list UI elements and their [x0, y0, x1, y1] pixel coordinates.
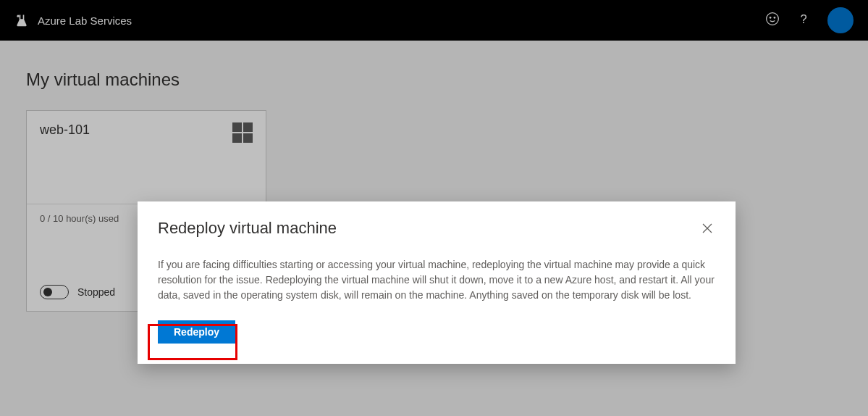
redeploy-button[interactable]: Redeploy	[158, 320, 235, 344]
dialog-body: If you are facing difficulties starting …	[158, 257, 715, 303]
dialog-title: Redeploy virtual machine	[158, 219, 337, 238]
close-icon	[702, 223, 712, 233]
redeploy-dialog: Redeploy virtual machine If you are faci…	[138, 201, 736, 364]
close-button[interactable]	[699, 219, 715, 240]
dialog-header: Redeploy virtual machine	[158, 219, 715, 240]
